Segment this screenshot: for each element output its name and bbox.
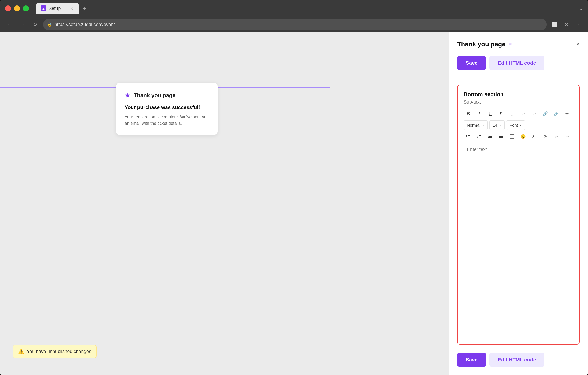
thankyou-card-headline: Your purchase was successful! bbox=[125, 104, 209, 110]
align-justify-button[interactable] bbox=[564, 121, 573, 130]
panel-title-row: Thank you page ✏ bbox=[457, 41, 512, 48]
bullet-list-button[interactable] bbox=[464, 132, 473, 141]
star-icon: ★ bbox=[125, 91, 131, 99]
align-left-button[interactable] bbox=[553, 121, 562, 130]
tab-dropdown-button[interactable]: ⌄ bbox=[579, 6, 583, 11]
save-button-top[interactable]: Save bbox=[457, 56, 486, 70]
panel-header: Thank you page ✏ × bbox=[457, 41, 579, 48]
indent-button[interactable] bbox=[496, 132, 506, 141]
font-dropdown-arrow: ▼ bbox=[519, 123, 522, 127]
url-bar[interactable]: 🔒 https://setup.zuddl.com/event bbox=[43, 19, 546, 30]
superscript-button[interactable]: x2 bbox=[518, 109, 528, 118]
maximize-window-button[interactable] bbox=[23, 5, 29, 11]
minimize-window-button[interactable] bbox=[14, 5, 20, 11]
right-panel: Thank you page ✏ × Save Edit HTML code B… bbox=[449, 32, 588, 375]
toolbar-row-style: Normal ▼ 14 ▼ Font ▼ bbox=[464, 121, 573, 130]
browser-window: Z Setup × + ⌄ ← → ↻ 🔒 https://setup.zudd… bbox=[0, 0, 588, 375]
bold-button[interactable]: B bbox=[464, 109, 473, 118]
italic-button[interactable]: I bbox=[475, 109, 484, 118]
strikethrough-button[interactable]: S bbox=[496, 109, 506, 118]
pen-button[interactable]: ✏ bbox=[562, 109, 572, 118]
text-editor-input[interactable] bbox=[464, 143, 573, 186]
emoji-button[interactable]: 🙂 bbox=[518, 132, 528, 141]
save-button-bottom[interactable]: Save bbox=[457, 353, 486, 366]
new-tab-button[interactable]: + bbox=[80, 4, 89, 13]
toolbar-row-lists: 1. 2. 3. bbox=[464, 132, 573, 141]
svg-text:3.: 3. bbox=[477, 137, 479, 139]
nav-bar: ← → ↻ 🔒 https://setup.zuddl.com/event ⬜ … bbox=[0, 17, 588, 32]
style-dropdown-label: Normal bbox=[467, 123, 480, 128]
content-area: ★ Thank you page Your purchase was succe… bbox=[0, 32, 588, 375]
url-lock-icon: 🔒 bbox=[47, 22, 52, 27]
size-dropdown-arrow: ▼ bbox=[499, 123, 502, 127]
panel-title: Thank you page bbox=[457, 41, 505, 48]
canvas-area: ★ Thank you page Your purchase was succe… bbox=[0, 32, 449, 375]
style-dropdown-arrow: ▼ bbox=[482, 123, 484, 127]
url-text: https://setup.zuddl.com/event bbox=[54, 22, 115, 27]
size-dropdown-label: 14 bbox=[493, 123, 497, 128]
traffic-lights bbox=[5, 5, 29, 11]
divider bbox=[457, 78, 579, 78]
unpublished-changes-banner: ⚠️ You have unpublished changes bbox=[13, 345, 96, 358]
image-button[interactable] bbox=[529, 132, 539, 141]
thankyou-card-title: Thank you page bbox=[134, 92, 176, 99]
close-window-button[interactable] bbox=[5, 5, 11, 11]
link-button[interactable]: 🔗 bbox=[540, 109, 550, 118]
panel-close-button[interactable]: × bbox=[576, 41, 579, 48]
tab-close-button[interactable]: × bbox=[69, 6, 74, 11]
redo-button[interactable]: ↪ bbox=[562, 132, 572, 141]
title-bar: Z Setup × + ⌄ bbox=[0, 0, 588, 17]
section-subtitle: Sub-text bbox=[464, 99, 573, 105]
nav-actions: ⬜ ⊙ ⋮ bbox=[550, 20, 583, 29]
code-button[interactable]: {} bbox=[507, 109, 517, 118]
thankyou-card-header: ★ Thank you page bbox=[125, 91, 209, 99]
panel-top-actions: Save Edit HTML code bbox=[457, 56, 579, 70]
back-button[interactable]: ← bbox=[5, 20, 14, 29]
outdent-button[interactable] bbox=[486, 132, 495, 141]
svg-point-8 bbox=[466, 136, 467, 137]
font-dropdown-label: Font bbox=[509, 123, 518, 128]
panel-bottom-actions: Save Edit HTML code bbox=[457, 353, 579, 366]
svg-point-6 bbox=[466, 135, 467, 136]
tab-title: Setup bbox=[49, 6, 61, 11]
forward-button[interactable]: → bbox=[18, 20, 27, 29]
tab-favicon: Z bbox=[41, 5, 46, 11]
toolbar-row-formatting: B I U S {} x2 x2 🔗 🔗 ✏ bbox=[464, 109, 573, 118]
reload-button[interactable]: ↻ bbox=[31, 20, 40, 29]
extensions-button[interactable]: ⊙ bbox=[562, 20, 571, 29]
section-title: Bottom section bbox=[464, 91, 573, 98]
clear-format-button[interactable]: ⊘ bbox=[540, 132, 550, 141]
underline-button[interactable]: U bbox=[486, 109, 495, 118]
warning-icon: ⚠️ bbox=[18, 349, 24, 354]
svg-rect-24 bbox=[510, 135, 514, 138]
svg-point-10 bbox=[466, 138, 467, 138]
edit-html-button-top[interactable]: Edit HTML code bbox=[489, 56, 545, 70]
subscript-button[interactable]: x2 bbox=[529, 109, 539, 118]
size-dropdown[interactable]: 14 ▼ bbox=[489, 121, 504, 130]
tab-bar: Z Setup × + bbox=[36, 3, 576, 14]
style-dropdown[interactable]: Normal ▼ bbox=[464, 121, 488, 130]
font-dropdown[interactable]: Font ▼ bbox=[506, 121, 525, 130]
panel-edit-icon[interactable]: ✏ bbox=[508, 41, 512, 47]
edit-html-button-bottom[interactable]: Edit HTML code bbox=[489, 353, 545, 366]
svg-rect-29 bbox=[532, 135, 536, 138]
sidebar-toggle-button[interactable]: ⬜ bbox=[550, 20, 559, 29]
unlink-button[interactable]: 🔗 bbox=[551, 109, 561, 118]
thankyou-card: ★ Thank you page Your purchase was succe… bbox=[116, 83, 218, 135]
editor-section: Bottom section Sub-text B I U S {} x2 x2… bbox=[457, 85, 579, 344]
table-button[interactable] bbox=[507, 132, 517, 141]
active-tab[interactable]: Z Setup × bbox=[36, 3, 79, 14]
menu-button[interactable]: ⋮ bbox=[574, 20, 583, 29]
ordered-list-button[interactable]: 1. 2. 3. bbox=[475, 132, 484, 141]
thankyou-card-body: Your registration is complete. We've sen… bbox=[125, 114, 209, 126]
undo-button[interactable]: ↩ bbox=[551, 132, 561, 141]
unpublished-changes-text: You have unpublished changes bbox=[27, 349, 91, 354]
